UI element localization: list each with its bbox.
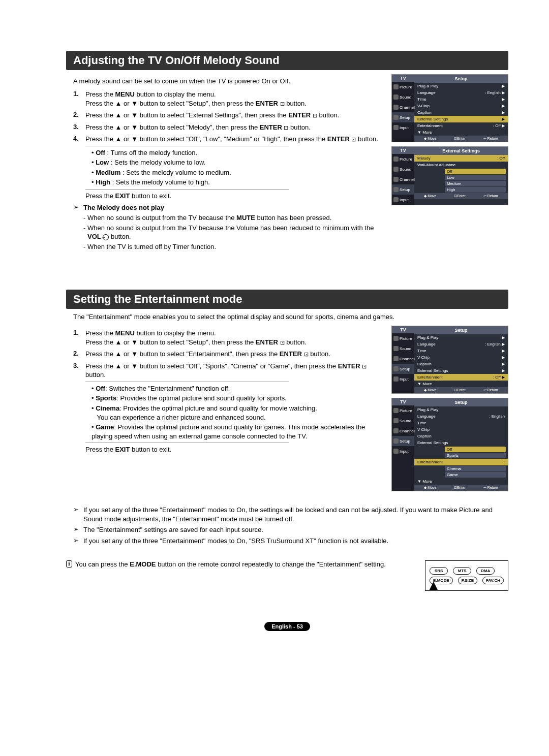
sound-icon [393, 94, 399, 100]
osd-screens-2: TV Picture Sound Channel Setup Input Set… [391, 326, 508, 495]
remote-psize: P.SIZE [458, 577, 477, 584]
section1-body: A melody sound can be set to come on whe… [66, 74, 384, 254]
step-1: 1. Press the MENU button to display the … [73, 90, 384, 108]
note-icon: ➢ [73, 525, 83, 533]
section2-body: 1. Press the MENU button to display the … [66, 326, 384, 495]
remote-dma: DMA [476, 567, 495, 575]
note-icon: ➢ [73, 203, 83, 211]
melody-note: ➢ The Melody does not play - When no sou… [73, 203, 384, 252]
enter-icon: ⊡ [313, 112, 317, 118]
s2-step-2: 2. Press the ▲ or ▼ button to select "En… [73, 350, 384, 359]
setup-icon [393, 187, 399, 192]
s2-note-2: ➢ The "Entertainment" settings are saved… [73, 525, 508, 534]
picture-icon [393, 408, 399, 413]
page-footer: English - 53 [66, 621, 508, 631]
pointer-arrow-icon: ▲ [426, 577, 441, 593]
section1-intro: A melody sound can be set to come on whe… [73, 77, 384, 85]
enter-icon: ⊡ [304, 351, 309, 357]
step-4: 4. Press the ▲ or ▼ button to select "Of… [73, 135, 384, 200]
sound-icon [393, 167, 399, 172]
input-icon [393, 125, 399, 130]
vol-minus-icon: – [103, 234, 109, 240]
info-icon: ℹ [66, 560, 72, 568]
section1-title: Adjusting the TV On/Off Melody Sound [66, 51, 508, 70]
remote-srs: SRS [430, 567, 448, 575]
picture-icon [393, 84, 399, 89]
channel-icon [393, 177, 399, 182]
entertainment-options: • Off: Switches the "Entertainment" func… [92, 384, 384, 440]
note-icon: ➢ [73, 537, 83, 544]
remote-favch: FAV.CH [482, 577, 504, 584]
s2-step-1: 1. Press the MENU button to display the … [73, 329, 384, 346]
osd-entertainment: TV Picture Sound Channel Setup Input Set… [391, 398, 508, 491]
input-icon [393, 197, 399, 202]
enter-icon: ⊡ [280, 101, 285, 107]
step-2: 2. Press the ▲ or ▼ button to select "Ex… [73, 111, 384, 120]
sound-icon [393, 418, 399, 423]
osd-setup-2: TV Picture Sound Channel Setup Input Set… [391, 326, 508, 394]
enter-icon: ⊡ [362, 363, 367, 369]
setup-icon [393, 115, 399, 120]
section2-title: Setting the Entertainment mode [66, 290, 508, 309]
remote-mts: MTS [453, 567, 471, 575]
note-icon: ➢ [73, 506, 83, 513]
s2-note-3: ➢ If you set any of the three "Entertain… [73, 537, 508, 546]
melody-options: • Off : Turns off the melody function. •… [92, 148, 384, 187]
osd-setup: TV Picture Sound Channel Setup Input Set… [391, 74, 508, 142]
s2-note-1: ➢ If you set any of the three "Entertain… [73, 506, 508, 523]
input-icon [393, 449, 399, 454]
osd-screens-1: TV Picture Sound Channel Setup Input Set… [391, 74, 508, 254]
remote-diagram: SRS MTS DMA E.MODE P.SIZE FAV.CH ▲ [425, 560, 508, 591]
osd-external-settings: TV Picture Sound Channel Setup Input Ext… [391, 146, 508, 205]
remote-tip: ℹ You can press the E.MODE button on the… [66, 560, 508, 591]
enter-icon: ⊡ [280, 339, 285, 345]
input-icon [393, 376, 399, 382]
section2-intro: The "Entertainment" mode enables you to … [73, 313, 508, 321]
step-3: 3. Press the ▲ or ▼ button to select "Me… [73, 123, 384, 132]
picture-icon [393, 156, 399, 162]
s2-step-3: 3. Press the ▲ or ▼ button to select "Of… [73, 362, 384, 454]
picture-icon [393, 336, 399, 341]
manual-page: Adjusting the TV On/Off Melody Sound A m… [0, 0, 549, 656]
setup-icon [393, 366, 399, 371]
setup-icon [393, 438, 399, 444]
channel-icon [393, 356, 399, 361]
channel-icon [393, 428, 399, 433]
sound-icon [393, 346, 399, 351]
channel-icon [393, 105, 399, 110]
